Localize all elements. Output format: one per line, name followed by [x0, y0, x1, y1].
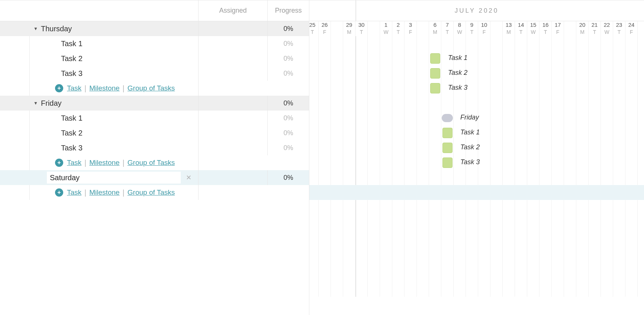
assigned-column-header[interactable]: Assigned: [199, 0, 268, 21]
gantt-bar[interactable]: [442, 158, 453, 168]
task-progress: 0%: [268, 111, 309, 125]
day-column[interactable]: 6M: [429, 21, 441, 36]
gantt-bar[interactable]: [442, 143, 453, 153]
day-column[interactable]: 3F: [405, 21, 417, 36]
day-column[interactable]: [490, 21, 503, 36]
task-progress: 0%: [268, 125, 309, 140]
gantt-milestone[interactable]: [442, 114, 453, 122]
add-group-link[interactable]: Group of Tasks: [128, 188, 175, 197]
task-progress: 0%: [268, 36, 309, 51]
day-column[interactable]: 9T: [466, 21, 478, 36]
group-name-input[interactable]: [47, 172, 181, 184]
day-column[interactable]: 1W: [380, 21, 392, 36]
task-list-pane: Assigned Progress ▼ Thursday 0% Task 1: [0, 0, 309, 315]
add-task-link[interactable]: Task: [67, 84, 81, 92]
gantt-bar-label: Task 1: [448, 54, 467, 62]
add-group-link[interactable]: Group of Tasks: [128, 84, 175, 92]
day-column[interactable]: 2T: [392, 21, 405, 36]
task-row[interactable]: Task 3 0%: [0, 66, 309, 81]
add-actions-row: + Task | Milestone | Group of Tasks: [0, 81, 309, 96]
task-column-header: [0, 0, 199, 21]
progress-column-header[interactable]: Progress: [268, 0, 309, 21]
day-column[interactable]: 30T: [355, 21, 368, 36]
add-icon[interactable]: +: [55, 188, 63, 197]
task-name: Task 2: [61, 129, 83, 137]
task-name: Task 1: [61, 114, 83, 122]
add-milestone-link[interactable]: Milestone: [89, 159, 119, 167]
editing-group-row[interactable]: ✕ 0%: [0, 170, 309, 185]
gantt-bar[interactable]: [430, 68, 440, 79]
task-name: Task 3: [61, 69, 83, 78]
task-row[interactable]: Task 3 0%: [0, 140, 309, 155]
gantt-bar-label: Task 2: [460, 143, 480, 151]
gantt-bar-label: Task 3: [460, 158, 480, 166]
day-column[interactable]: 25T: [309, 21, 319, 36]
gantt-bar[interactable]: [430, 53, 440, 64]
day-column[interactable]: 21T: [589, 21, 601, 36]
group-progress: 0%: [268, 170, 309, 185]
timeline-header: 25T26F29M30T1W2T3F6M7T8W9T10F13M14T15W16…: [309, 21, 644, 36]
add-milestone-link[interactable]: Milestone: [89, 84, 119, 92]
gantt-bar-label: Task 1: [460, 128, 480, 136]
group-row-thursday[interactable]: ▼ Thursday 0%: [0, 21, 309, 36]
day-column[interactable]: 29M: [343, 21, 355, 36]
day-column[interactable]: 23T: [613, 21, 625, 36]
add-milestone-link[interactable]: Milestone: [89, 188, 119, 197]
gantt-bar-label: Task 2: [448, 69, 467, 77]
group-title: Thursday: [41, 25, 72, 33]
day-column[interactable]: 8W: [454, 21, 466, 36]
add-actions-row: + Task | Milestone | Group of Tasks: [0, 185, 309, 200]
task-name: Task 1: [61, 39, 83, 48]
task-row[interactable]: Task 2 0%: [0, 51, 309, 66]
day-column[interactable]: 22W: [601, 21, 613, 36]
task-row[interactable]: Task 1 0%: [0, 36, 309, 51]
day-column[interactable]: 7T: [441, 21, 454, 36]
day-column[interactable]: 17F: [552, 21, 564, 36]
clear-icon[interactable]: ✕: [186, 174, 191, 182]
group-row-friday[interactable]: ▼ Friday 0%: [0, 96, 309, 111]
day-column[interactable]: 20M: [576, 21, 589, 36]
gantt-bar[interactable]: [430, 83, 440, 93]
task-name: Task 3: [61, 144, 83, 152]
task-row[interactable]: Task 1 0%: [0, 111, 309, 125]
group-title: Friday: [41, 99, 62, 108]
day-column[interactable]: [564, 21, 576, 36]
group-progress: 0%: [268, 21, 309, 36]
month-label: JULY 2020: [455, 7, 499, 15]
disclosure-icon[interactable]: ▼: [31, 26, 40, 31]
task-name: Task 2: [61, 54, 83, 63]
day-column[interactable]: 15W: [527, 21, 540, 36]
day-column[interactable]: [368, 21, 380, 36]
task-progress: 0%: [268, 51, 309, 66]
day-column[interactable]: 16T: [540, 21, 552, 36]
disclosure-icon[interactable]: ▼: [31, 101, 40, 106]
day-column[interactable]: [417, 21, 429, 36]
add-group-link[interactable]: Group of Tasks: [128, 159, 175, 167]
gantt-pane[interactable]: JULY 2020 25T26F29M30T1W2T3F6M7T8W9T10F1…: [309, 0, 644, 315]
add-actions-row: + Task | Milestone | Group of Tasks: [0, 155, 309, 170]
add-icon[interactable]: +: [55, 84, 63, 92]
day-column[interactable]: 13M: [503, 21, 515, 36]
day-column[interactable]: 10F: [478, 21, 490, 36]
add-icon[interactable]: +: [55, 159, 63, 167]
add-task-link[interactable]: Task: [67, 159, 81, 167]
task-row[interactable]: Task 2 0%: [0, 125, 309, 140]
task-progress: 0%: [268, 66, 309, 81]
gantt-milestone-label: Friday: [460, 114, 479, 121]
day-column[interactable]: 26F: [319, 21, 331, 36]
day-column[interactable]: [331, 21, 343, 36]
add-task-link[interactable]: Task: [67, 188, 81, 197]
day-column[interactable]: 14T: [515, 21, 527, 36]
task-progress: 0%: [268, 140, 309, 155]
group-progress: 0%: [268, 96, 309, 111]
gantt-bar[interactable]: [442, 128, 453, 138]
day-column[interactable]: 24F: [625, 21, 638, 36]
gantt-bar-label: Task 3: [448, 84, 467, 92]
